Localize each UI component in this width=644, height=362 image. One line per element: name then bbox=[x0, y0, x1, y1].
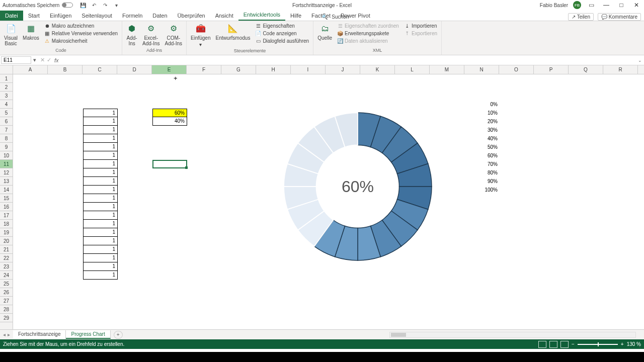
cell-n5[interactable]: 10% bbox=[465, 109, 500, 117]
cell-c8[interactable]: 1 bbox=[83, 134, 118, 143]
tab-start[interactable]: Start bbox=[23, 11, 45, 21]
horizontal-scrollbar[interactable] bbox=[389, 332, 636, 338]
add-sheet-button[interactable]: + bbox=[114, 331, 123, 339]
cell-n7[interactable]: 30% bbox=[465, 126, 500, 134]
fx-icon[interactable]: fx bbox=[54, 57, 59, 63]
cell-c10[interactable]: 1 bbox=[83, 151, 118, 160]
cell-c12[interactable]: 1 bbox=[83, 168, 118, 177]
row-header-7[interactable]: 7 bbox=[0, 126, 13, 134]
page-break-view-icon[interactable] bbox=[560, 341, 569, 348]
row-header-26[interactable]: 26 bbox=[0, 288, 13, 297]
tellme-search[interactable]: Suchen bbox=[332, 14, 349, 20]
tab-nav-next-icon[interactable]: ▸ bbox=[8, 332, 10, 337]
excel-addins-button[interactable]: ⚙Excel- Add-Ins bbox=[141, 22, 160, 47]
cell-n6[interactable]: 20% bbox=[465, 117, 500, 126]
row-header-12[interactable]: 12 bbox=[0, 168, 13, 177]
tab-hilfe[interactable]: Hilfe bbox=[285, 11, 306, 21]
row-header-19[interactable]: 19 bbox=[0, 228, 13, 237]
tab-formeln[interactable]: Formeln bbox=[117, 11, 147, 21]
column-header-H[interactable]: H bbox=[256, 65, 291, 74]
cell-n4[interactable]: 0% bbox=[465, 100, 500, 109]
view-code-button[interactable]: 📄Code anzeigen bbox=[254, 30, 310, 37]
macros-button[interactable]: ▦ Makros bbox=[22, 22, 40, 42]
row-header-8[interactable]: 8 bbox=[0, 134, 13, 143]
column-header-K[interactable]: K bbox=[360, 65, 395, 74]
cell-c21[interactable]: 1 bbox=[83, 245, 118, 254]
column-header-P[interactable]: P bbox=[534, 65, 569, 74]
zoom-slider[interactable] bbox=[578, 344, 618, 345]
column-header-Q[interactable]: Q bbox=[569, 65, 603, 74]
properties-button[interactable]: ☰Eigenschaften bbox=[254, 22, 310, 29]
tab-daten[interactable]: Daten bbox=[147, 11, 172, 21]
row-header-5[interactable]: 5 bbox=[0, 109, 13, 117]
row-header-9[interactable]: 9 bbox=[0, 143, 13, 151]
expand-formula-bar-icon[interactable]: ⌄ bbox=[638, 58, 642, 63]
zoom-out-icon[interactable]: − bbox=[572, 341, 575, 347]
column-header-J[interactable]: J bbox=[326, 65, 360, 74]
accept-formula-icon[interactable]: ✓ bbox=[47, 57, 51, 63]
row-header-11[interactable]: 11 bbox=[0, 160, 13, 168]
column-header-O[interactable]: O bbox=[499, 65, 534, 74]
qat-dropdown-icon[interactable]: ▾ bbox=[113, 2, 120, 9]
cell-e5[interactable]: 60% bbox=[152, 109, 187, 117]
cell-c15[interactable]: 1 bbox=[83, 194, 118, 203]
zoom-in-icon[interactable]: + bbox=[621, 341, 624, 347]
cells-area[interactable]: + 11111111111111111111 60% 40% 0%10%20%3… bbox=[13, 74, 644, 329]
maximize-icon[interactable]: □ bbox=[616, 2, 626, 9]
collapse-ribbon-icon[interactable]: ˄ bbox=[638, 345, 641, 351]
normal-view-icon[interactable] bbox=[538, 341, 546, 348]
name-box[interactable]: E11 bbox=[1, 56, 31, 64]
visual-basic-button[interactable]: 📄 Visual Basic bbox=[3, 22, 19, 47]
undo-icon[interactable]: ↶ bbox=[91, 2, 98, 9]
row-header-20[interactable]: 20 bbox=[0, 237, 13, 245]
cell-n11[interactable]: 70% bbox=[465, 160, 500, 168]
page-layout-view-icon[interactable] bbox=[549, 341, 557, 348]
tab-überprüfen[interactable]: Überprüfen bbox=[173, 11, 210, 21]
cell-c20[interactable]: 1 bbox=[83, 237, 118, 245]
row-header-13[interactable]: 13 bbox=[0, 177, 13, 186]
redo-icon[interactable]: ↷ bbox=[102, 2, 109, 9]
sheet-tab-progress-chart[interactable]: Progress Chart bbox=[66, 330, 110, 339]
cell-c9[interactable]: 1 bbox=[83, 143, 118, 151]
column-header-E[interactable]: E bbox=[152, 65, 187, 74]
row-header-18[interactable]: 18 bbox=[0, 220, 13, 228]
comments-button[interactable]: 💬 Kommentare bbox=[598, 13, 641, 21]
cell-c22[interactable]: 1 bbox=[83, 254, 118, 262]
column-header-B[interactable]: B bbox=[48, 65, 83, 74]
column-header-N[interactable]: N bbox=[464, 65, 499, 74]
spreadsheet-grid[interactable]: ABCDEFGHIJKLMNOPQR 123456789101112131415… bbox=[0, 65, 644, 329]
tab-file[interactable]: Datei bbox=[0, 11, 23, 21]
save-icon[interactable]: 💾 bbox=[79, 2, 87, 9]
toggle-icon[interactable] bbox=[62, 3, 73, 8]
cancel-formula-icon[interactable]: ✕ bbox=[40, 57, 45, 63]
row-header-3[interactable]: 3 bbox=[0, 92, 13, 100]
cell-c17[interactable]: 1 bbox=[83, 211, 118, 220]
tab-einfügen[interactable]: Einfügen bbox=[45, 11, 76, 21]
row-header-2[interactable]: 2 bbox=[0, 83, 13, 92]
row-header-1[interactable]: 1 bbox=[0, 74, 13, 83]
column-header-R[interactable]: R bbox=[603, 65, 638, 74]
row-header-28[interactable]: 28 bbox=[0, 305, 13, 314]
row-header-29[interactable]: 29 bbox=[0, 314, 13, 322]
cell-c19[interactable]: 1 bbox=[83, 228, 118, 237]
minimize-icon[interactable]: — bbox=[601, 2, 611, 9]
cell-n8[interactable]: 40% bbox=[465, 134, 500, 143]
row-header-4[interactable]: 4 bbox=[0, 100, 13, 109]
cell-c16[interactable]: 1 bbox=[83, 203, 118, 211]
insert-control-button[interactable]: 🧰Einfügen▾ bbox=[190, 22, 211, 48]
run-dialog-button[interactable]: ▭Dialogfeld ausführen bbox=[254, 37, 310, 44]
column-header-L[interactable]: L bbox=[395, 65, 430, 74]
macro-security-button[interactable]: ⚠Makrosicherheit bbox=[43, 37, 119, 44]
record-macro-button[interactable]: ⏺Makro aufzeichnen bbox=[43, 22, 119, 29]
sheet-tab-fortschrittsanzeige[interactable]: Fortschrittsanzeige bbox=[13, 330, 66, 339]
select-all-corner[interactable] bbox=[0, 65, 13, 74]
addins-button[interactable]: ⬢Add- Ins bbox=[125, 22, 138, 47]
user-name[interactable]: Fabio Basler bbox=[540, 3, 568, 8]
donut-progress-chart[interactable]: 60% bbox=[280, 109, 436, 264]
cell-n13[interactable]: 90% bbox=[465, 177, 500, 186]
column-header-A[interactable]: A bbox=[13, 65, 48, 74]
avatar[interactable]: FB bbox=[573, 1, 581, 9]
row-header-22[interactable]: 22 bbox=[0, 254, 13, 262]
expansion-button[interactable]: 📦Erweiterungspakete bbox=[336, 30, 400, 37]
cell-n9[interactable]: 50% bbox=[465, 143, 500, 151]
